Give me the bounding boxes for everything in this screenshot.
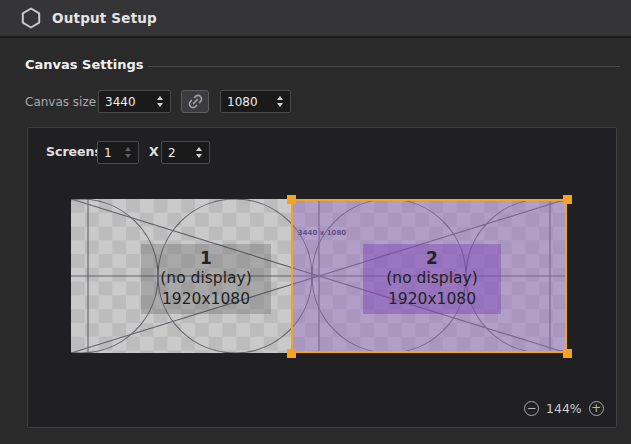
screen-status: (no display): [160, 268, 251, 289]
plus-icon: +: [591, 402, 601, 414]
step-down-icon[interactable]: [125, 154, 131, 158]
screen-1-region[interactable]: 1 (no display) 1920x1080: [141, 244, 271, 314]
canvas-width-spinner[interactable]: [98, 90, 171, 113]
step-up-icon[interactable]: [277, 96, 283, 100]
canvas-height-input[interactable]: [221, 95, 273, 109]
canvas-size-label: Canvas size: [25, 95, 96, 109]
screens-cols-input[interactable]: [98, 146, 121, 160]
screens-cols-spinner[interactable]: [97, 141, 139, 164]
grid-separator-label: X: [149, 144, 159, 159]
canvas-height-stepper[interactable]: [273, 96, 286, 107]
screens-rows-input[interactable]: [162, 146, 192, 160]
canvas-preview: 3440 x 1080 1 (no display) 1920x1080 2 (…: [71, 199, 567, 353]
step-up-icon[interactable]: [125, 147, 131, 151]
step-down-icon[interactable]: [157, 103, 163, 107]
zoom-level-label: 144%: [546, 401, 582, 416]
screens-rows-spinner[interactable]: [161, 141, 210, 164]
canvas-width-input[interactable]: [99, 95, 153, 109]
step-down-icon[interactable]: [196, 154, 202, 158]
selection-handle-top-right[interactable]: [563, 195, 572, 204]
zoom-in-button[interactable]: +: [589, 401, 604, 416]
selection-handle-bottom-right[interactable]: [563, 349, 572, 358]
step-up-icon[interactable]: [196, 147, 202, 151]
preview-zoom-controls: − 144% +: [524, 401, 604, 416]
selection-handle-bottom-left[interactable]: [287, 349, 296, 358]
titlebar: Output Setup: [0, 0, 631, 38]
screens-cols-stepper[interactable]: [121, 147, 134, 158]
screen-resolution: 1920x1080: [162, 289, 250, 310]
link-dimensions-button[interactable]: [181, 90, 209, 113]
canvas-width-stepper[interactable]: [153, 96, 166, 107]
minus-icon: −: [526, 402, 536, 414]
step-down-icon[interactable]: [277, 103, 283, 107]
window-title: Output Setup: [52, 10, 157, 26]
selection-handle-top-left[interactable]: [287, 195, 296, 204]
screens-label: Screens: [46, 144, 102, 159]
screens-rows-stepper[interactable]: [192, 147, 205, 158]
screens-panel: Screens X: [27, 127, 617, 428]
screen-number: 1: [200, 249, 212, 268]
link-icon: [187, 93, 204, 110]
canvas-height-spinner[interactable]: [220, 90, 291, 113]
canvas-settings-heading: Canvas Settings: [25, 57, 143, 72]
screen-2-selection-border[interactable]: [291, 199, 567, 353]
step-up-icon[interactable]: [157, 96, 163, 100]
zoom-out-button[interactable]: −: [524, 401, 539, 416]
section-divider: [148, 66, 620, 67]
hexagon-logo-icon: [21, 7, 41, 29]
